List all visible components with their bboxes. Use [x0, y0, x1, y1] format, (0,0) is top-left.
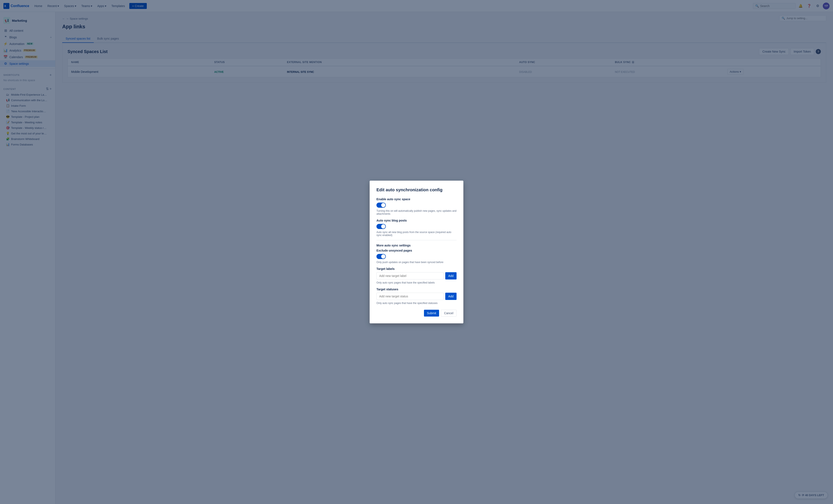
edit-sync-modal: Edit auto synchronization config Enable …: [370, 181, 463, 323]
target-labels-input-group: Add: [377, 272, 456, 280]
target-statuses-section: Target statuses Add Only auto sync pages…: [377, 288, 456, 305]
submit-button[interactable]: Submit: [424, 310, 439, 316]
toggle-x-icon: ✕: [383, 256, 385, 258]
exclude-unsynced-section: Exclude unsynced pages ✕ Only push updat…: [377, 249, 456, 264]
target-statuses-add-button[interactable]: Add: [445, 293, 456, 300]
target-labels-section: Target labels Add Only auto sync pages t…: [377, 267, 456, 284]
auto-sync-blog-toggle[interactable]: ✕: [377, 224, 386, 229]
toggle-x-icon: ✕: [383, 204, 385, 207]
modal-title: Edit auto synchronization config: [377, 188, 456, 192]
target-statuses-input-group: Add: [377, 293, 456, 300]
modal-overlay[interactable]: Edit auto synchronization config Enable …: [0, 0, 833, 504]
exclude-hint: Only push updates on pages that have bee…: [377, 261, 456, 264]
enable-hint: Turning this on will automatically publi…: [377, 209, 456, 215]
blog-label: Auto sync blog posts: [377, 219, 456, 222]
toggle-x-icon: ✕: [383, 225, 385, 228]
cancel-button[interactable]: Cancel: [441, 310, 456, 316]
enable-label: Enable auto sync space: [377, 197, 456, 201]
auto-sync-blog-section: Auto sync blog posts ✕ Auto sync all new…: [377, 219, 456, 237]
modal-footer: Submit Cancel: [377, 310, 456, 316]
modal-divider: [377, 240, 456, 240]
target-labels-label: Target labels: [377, 267, 456, 270]
enable-auto-sync-section: Enable auto sync space ✕ Turning this on…: [377, 197, 456, 215]
target-statuses-label: Target statuses: [377, 288, 456, 291]
target-statuses-hint: Only auto sync pages that have the speci…: [377, 302, 456, 305]
blog-toggle-wrap: ✕: [377, 224, 456, 229]
target-statuses-input[interactable]: [377, 293, 444, 300]
exclude-label: Exclude unsynced pages: [377, 249, 456, 252]
enable-toggle-wrap: ✕: [377, 202, 456, 208]
enable-auto-sync-toggle[interactable]: ✕: [377, 202, 386, 208]
target-labels-add-button[interactable]: Add: [445, 272, 456, 280]
more-settings-label: More auto sync settings: [377, 244, 456, 247]
exclude-unsynced-toggle[interactable]: ✕: [377, 254, 386, 259]
target-labels-input[interactable]: [377, 272, 444, 280]
blog-hint: Auto sync all new blog posts from the so…: [377, 231, 456, 237]
exclude-toggle-wrap: ✕: [377, 254, 456, 259]
target-labels-hint: Only auto sync pages that have the speci…: [377, 281, 456, 284]
